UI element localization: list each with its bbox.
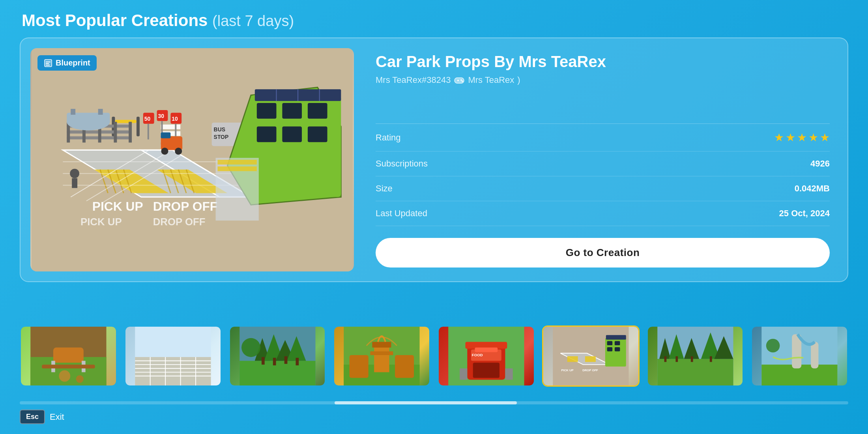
- svg-point-158: [766, 339, 780, 353]
- scroll-bar-thumb[interactable]: [335, 401, 517, 404]
- last-updated-label: Last Updated: [376, 208, 427, 219]
- svg-text:10: 10: [172, 116, 178, 122]
- esc-key[interactable]: Esc: [20, 410, 45, 424]
- svg-rect-48: [257, 103, 277, 119]
- stats-table: Rating ★ ★ ★ ★ ★ Subscriptions 4926 Size…: [376, 123, 830, 226]
- svg-rect-140: [615, 347, 620, 352]
- svg-text:PICK UP: PICK UP: [92, 199, 143, 213]
- svg-text:BUS: BUS: [214, 126, 225, 133]
- scene-svg: PICK UP PICK UP DROP OFF DROP OFF BUS ST…: [30, 48, 354, 271]
- thumbnail-3[interactable]: [333, 326, 430, 387]
- star-1: ★: [774, 131, 784, 144]
- svg-text:50: 50: [144, 116, 151, 122]
- svg-rect-109: [262, 357, 265, 365]
- svg-rect-152: [709, 356, 712, 362]
- svg-rect-49: [282, 103, 302, 119]
- stat-row-rating: Rating ★ ★ ★ ★ ★: [376, 124, 830, 152]
- svg-text:30: 30: [158, 113, 165, 119]
- svg-rect-62: [72, 178, 77, 188]
- size-value: 0.042MB: [795, 183, 830, 194]
- svg-point-90: [59, 370, 70, 382]
- esc-label: Exit: [50, 412, 64, 422]
- blueprint-badge: Blueprint: [37, 55, 97, 71]
- svg-rect-74: [98, 109, 103, 115]
- svg-text:STOP: STOP: [214, 134, 229, 140]
- thumb-bg-0: [21, 327, 116, 385]
- main-image-wrapper: PICK UP PICK UP DROP OFF DROP OFF BUS ST…: [30, 48, 354, 271]
- creation-title: Car Park Props By Mrs TeaRex: [376, 52, 830, 71]
- svg-rect-128: [460, 369, 467, 380]
- stat-row-subscriptions: Subscriptions 4926: [376, 152, 830, 176]
- star-2: ★: [786, 131, 795, 144]
- page-subtitle: (last 7 days): [212, 13, 294, 29]
- stat-row-last-updated: Last Updated 25 Oct, 2024: [376, 201, 830, 226]
- svg-rect-70: [129, 122, 132, 143]
- svg-rect-149: [664, 356, 666, 362]
- svg-point-61: [70, 169, 79, 178]
- stat-row-size: Size 0.042MB: [376, 176, 830, 201]
- blueprint-icon: [44, 59, 52, 67]
- svg-rect-110: [273, 358, 276, 365]
- svg-rect-151: [690, 356, 693, 362]
- page-title: Most Popular Creations (last 7 days): [22, 11, 294, 30]
- svg-text:FOOD: FOOD: [472, 353, 483, 357]
- svg-rect-59: [218, 160, 257, 165]
- svg-rect-141: [606, 335, 626, 340]
- svg-rect-111: [284, 356, 287, 364]
- svg-rect-119: [350, 355, 369, 378]
- svg-rect-156: [811, 342, 818, 368]
- svg-rect-32: [137, 117, 140, 137]
- svg-rect-120: [395, 355, 414, 378]
- esc-bar: Esc Exit: [20, 410, 64, 424]
- svg-text:PICK UP: PICK UP: [561, 369, 573, 372]
- thumbnail-7[interactable]: [751, 326, 848, 387]
- go-to-creation-button[interactable]: Go to Creation: [376, 238, 830, 268]
- author-line: Mrs TeaRex#38243 Mrs TeaRex ): [376, 75, 830, 85]
- thumbnail-6[interactable]: [647, 326, 744, 387]
- svg-text:DROP OFF: DROP OFF: [153, 199, 218, 213]
- thumbnail-5[interactable]: PICK UP DROP OFF: [542, 326, 640, 387]
- author-id: Mrs TeaRex#38243: [376, 75, 451, 85]
- svg-rect-76: [46, 62, 51, 62]
- main-card: PICK UP PICK UP DROP OFF DROP OFF BUS ST…: [20, 37, 848, 282]
- svg-rect-143: [657, 359, 733, 385]
- svg-rect-112: [296, 358, 299, 365]
- thumbnail-0[interactable]: [20, 326, 117, 387]
- thumbnail-2[interactable]: [229, 326, 326, 387]
- svg-rect-79: [455, 78, 464, 83]
- thumb-bg-7: [752, 327, 847, 385]
- svg-rect-133: [585, 356, 596, 362]
- svg-rect-127: [473, 363, 499, 378]
- svg-rect-104: [239, 361, 315, 385]
- svg-rect-78: [46, 65, 50, 65]
- scroll-bar-track[interactable]: [20, 401, 848, 404]
- svg-rect-138: [615, 341, 620, 346]
- svg-rect-77: [46, 63, 49, 64]
- svg-rect-132: [567, 356, 578, 362]
- svg-point-83: [462, 80, 463, 82]
- svg-rect-139: [607, 347, 612, 352]
- svg-rect-43: [161, 132, 171, 138]
- svg-rect-69: [114, 122, 117, 143]
- thumbnail-1[interactable]: [124, 326, 222, 387]
- star-5: ★: [820, 131, 830, 144]
- svg-rect-52: [282, 127, 302, 142]
- thumbnail-4[interactable]: FOOD: [438, 326, 535, 387]
- svg-rect-86: [53, 348, 84, 363]
- svg-text:DROP OFF: DROP OFF: [153, 216, 206, 227]
- svg-rect-118: [372, 342, 391, 347]
- svg-rect-125: [475, 348, 498, 352]
- thumb-bg-6: [648, 327, 743, 385]
- svg-rect-117: [370, 351, 393, 355]
- svg-rect-73: [71, 109, 75, 115]
- svg-rect-53: [308, 127, 327, 142]
- svg-rect-51: [257, 127, 277, 142]
- thumb-bg-5: PICK UP DROP OFF: [543, 327, 638, 385]
- svg-point-82: [460, 79, 462, 81]
- blueprint-label: Blueprint: [56, 58, 90, 67]
- svg-text:PICK UP: PICK UP: [80, 216, 122, 227]
- svg-rect-137: [607, 341, 612, 346]
- star-4: ★: [808, 131, 818, 144]
- svg-point-91: [76, 375, 84, 383]
- svg-point-45: [175, 148, 182, 155]
